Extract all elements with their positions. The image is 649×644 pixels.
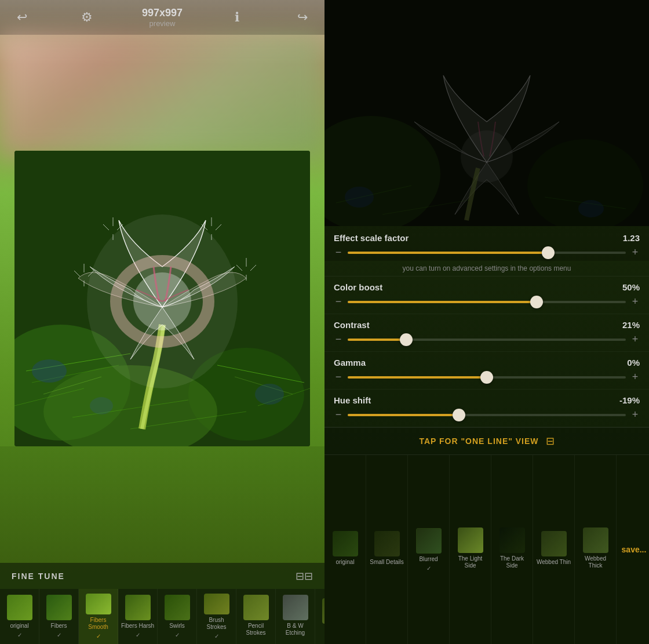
preview-label: preview [142, 19, 183, 28]
right-filter-blurred[interactable]: Blurred ✓ [408, 455, 450, 644]
left-panel: ↩ ⚙ 997x997 preview ℹ ↪ [0, 0, 324, 644]
hue-shift-minus[interactable]: − [334, 409, 343, 421]
fine-tune-label: FINE TUNE [12, 572, 65, 581]
resolution-text: 997x997 [142, 7, 183, 19]
gamma-section: Gamma 0% − + [324, 352, 649, 390]
filter-thumb-fibers-smooth [86, 594, 111, 614]
effect-scale-thumb[interactable] [542, 246, 555, 259]
filter-thumb-fibers-harsh [125, 595, 151, 620]
color-boost-plus[interactable]: + [630, 296, 640, 308]
filter-item-fibers-smooth[interactable]: Fibers Smooth ✓ [79, 589, 118, 644]
one-line-label: TAP FOR "ONE LINE" VIEW [419, 436, 538, 446]
one-line-bar[interactable]: TAP FOR "ONE LINE" VIEW ⊟ [324, 427, 649, 455]
filter-thumb-c [322, 598, 325, 624]
filter-item-swirls[interactable]: Swirls ✓ [158, 589, 197, 644]
right-filter-light-side[interactable]: The Light Side [450, 455, 491, 644]
svg-point-34 [90, 397, 113, 414]
color-boost-label: Color boost [334, 282, 382, 292]
save-button[interactable]: save... [617, 455, 649, 644]
right-thumb-blurred [416, 528, 442, 554]
controls-area: Effect scale factor 1.23 − + you can tur… [324, 226, 649, 644]
hue-shift-thumb[interactable] [453, 409, 465, 421]
contrast-thumb[interactable] [400, 333, 413, 346]
fine-tune-bar: FINE TUNE ⊟⊟ [0, 563, 324, 589]
color-boost-track[interactable] [348, 301, 626, 303]
gamma-fill [348, 376, 487, 379]
right-thumb-small-details [374, 531, 400, 556]
right-thumb-original [333, 531, 358, 556]
right-image-container [324, 0, 649, 226]
right-filter-webbed-thin[interactable]: Webbed Thin [533, 455, 575, 644]
contrast-value: 21% [622, 320, 640, 330]
right-thumb-light-side [458, 527, 483, 553]
top-bar: ↩ ⚙ 997x997 preview ℹ ↪ [0, 0, 324, 35]
import-icon: ↩ [17, 10, 27, 25]
effect-scale-value: 1.23 [623, 233, 640, 243]
effect-scale-section: Effect scale factor 1.23 − + [324, 226, 649, 261]
filter-item-pencil-strokes[interactable]: Pencil Strokes [236, 589, 276, 644]
hue-shift-fill [348, 414, 459, 416]
right-filter-dark-side[interactable]: The Dark Side [491, 455, 533, 644]
right-filter-small-details[interactable]: Small Details [366, 455, 408, 644]
effect-scale-track[interactable] [348, 252, 626, 254]
hue-shift-track[interactable] [348, 414, 626, 416]
svg-point-32 [32, 359, 67, 383]
filter-thumb-swirls [165, 595, 190, 620]
hue-shift-section: Hue shift -19% − + [324, 390, 649, 427]
hue-shift-value: -19% [619, 395, 640, 405]
svg-rect-44 [324, 0, 649, 226]
color-boost-thumb[interactable] [530, 296, 543, 308]
save-label: save... [622, 545, 647, 554]
effect-scale-label: Effect scale factor [334, 233, 409, 243]
effect-scale-fill [348, 252, 548, 254]
info-button[interactable]: ℹ [227, 7, 247, 28]
main-image [14, 151, 310, 446]
gamma-track[interactable] [348, 376, 626, 379]
filter-item-fibers-harsh[interactable]: Fibers Harsh ✓ [118, 589, 158, 644]
info-icon: ℹ [235, 10, 239, 25]
effect-scale-minus[interactable]: − [334, 246, 343, 259]
contrast-minus[interactable]: − [334, 333, 343, 345]
hue-shift-plus[interactable]: + [630, 409, 640, 421]
color-boost-fill [348, 301, 537, 303]
gamma-value: 0% [627, 358, 640, 368]
contrast-fill [348, 339, 406, 341]
gamma-plus[interactable]: + [630, 371, 640, 383]
bottom-spacer [0, 446, 324, 563]
contrast-plus[interactable]: + [630, 333, 640, 345]
hint-text: you can turn on advanced settings in the… [324, 261, 649, 276]
import-button[interactable]: ↩ [12, 7, 32, 28]
color-boost-section: Color boost 50% − + [324, 276, 649, 314]
effect-scale-plus[interactable]: + [630, 246, 640, 259]
filter-thumb-fibers [46, 595, 72, 620]
right-image-svg [324, 0, 649, 226]
svg-point-33 [255, 384, 284, 405]
filter-thumb-brush-strokes [204, 594, 229, 614]
right-filter-strip[interactable]: original Small Details Blurred ✓ [324, 455, 649, 644]
filter-item-fibers[interactable]: Fibers ✓ [39, 589, 79, 644]
contrast-track[interactable] [348, 339, 626, 341]
tune-icon: ⊟⊟ [296, 570, 313, 583]
contrast-label: Contrast [334, 320, 370, 330]
gamma-label: Gamma [334, 358, 366, 368]
one-line-icon: ⊟ [546, 435, 555, 447]
color-boost-minus[interactable]: − [334, 296, 343, 308]
filter-thumb-original [7, 595, 32, 620]
filter-item-bw-etching[interactable]: B & W Etching [276, 589, 315, 644]
settings-button[interactable]: ⚙ [76, 7, 97, 28]
right-filter-original[interactable]: original [324, 455, 366, 644]
resolution-display: 997x997 preview [142, 7, 183, 28]
right-panel: Effect scale factor 1.23 − + you can tur… [324, 0, 649, 644]
settings-icon: ⚙ [81, 10, 93, 25]
filter-item-brush-strokes[interactable]: Brush Strokes ✓ [197, 589, 236, 644]
filter-item-original[interactable]: original ✓ [0, 589, 39, 644]
export-button[interactable]: ↪ [292, 7, 313, 28]
right-filter-webbed-thick[interactable]: Webbed Thick [575, 455, 617, 644]
gamma-thumb[interactable] [480, 371, 493, 384]
gamma-minus[interactable]: − [334, 371, 343, 383]
flower-svg [14, 151, 310, 446]
filter-item-c[interactable]: C [315, 589, 324, 644]
right-thumb-webbed-thick [583, 527, 608, 553]
color-boost-value: 50% [622, 282, 640, 292]
left-filter-strip[interactable]: original ✓ Fibers ✓ Fibers Smooth ✓ Fibe… [0, 589, 324, 644]
